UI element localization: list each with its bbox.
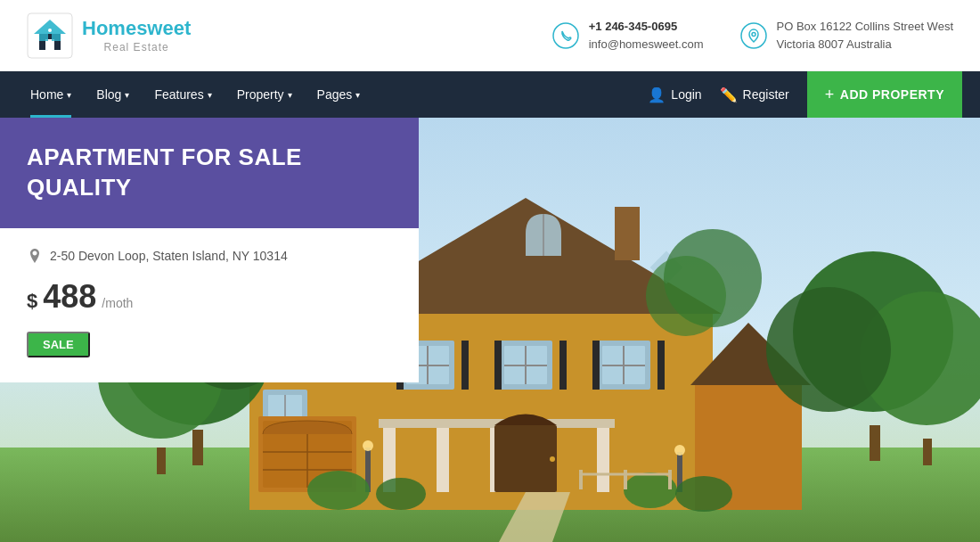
svg-rect-66 xyxy=(923,439,932,465)
email-address: info@homesweet.com xyxy=(589,36,704,53)
logo-text: Homesweet Real Estate xyxy=(82,17,191,53)
svg-point-72 xyxy=(674,445,685,456)
svg-rect-54 xyxy=(592,341,600,390)
nav-item-blog[interactable]: Blog ▾ xyxy=(84,71,142,118)
nav-right: 👤 Login ✏️ Register + ADD PROPERTY xyxy=(648,71,962,118)
add-property-button[interactable]: + ADD PROPERTY xyxy=(807,71,962,118)
svg-rect-21 xyxy=(437,421,449,492)
add-property-label: ADD PROPERTY xyxy=(840,87,944,102)
svg-point-6 xyxy=(48,29,52,32)
logo-tagline: Real Estate xyxy=(82,41,191,53)
price-amount: 488 xyxy=(43,278,96,316)
svg-point-64 xyxy=(766,287,891,412)
price-period: /moth xyxy=(102,296,133,310)
property-title: APARTMENT FOR SALE QUALITY xyxy=(27,143,392,203)
address-line1: PO Box 16122 Collins Street West xyxy=(777,18,953,36)
nav-links: Home ▾ Blog ▾ Features ▾ Property ▾ Page… xyxy=(18,71,648,118)
nav-home-label: Home xyxy=(30,87,63,102)
svg-rect-19 xyxy=(615,207,640,260)
phone-icon xyxy=(551,21,580,50)
svg-rect-79 xyxy=(668,470,672,489)
plus-icon: + xyxy=(825,86,835,104)
svg-rect-77 xyxy=(579,470,583,489)
nav-item-pages[interactable]: Pages ▾ xyxy=(305,71,373,118)
nav-bar: Home ▾ Blog ▾ Features ▾ Property ▾ Page… xyxy=(0,71,980,118)
property-card-body: 2-50 Devon Loop, Staten Island, NY 10314… xyxy=(0,228,419,382)
hero-section: APARTMENT FOR SALE QUALITY 2-50 Devon Lo… xyxy=(0,118,980,542)
register-label: Register xyxy=(743,87,789,102)
login-button[interactable]: 👤 Login xyxy=(648,86,701,103)
nav-features-label: Features xyxy=(154,87,203,102)
contact-phone-text: +1 246-345-0695 info@homesweet.com xyxy=(589,18,704,53)
svg-rect-65 xyxy=(870,425,880,461)
address-text: 2-50 Devon Loop, Staten Island, NY 10314 xyxy=(50,249,288,263)
svg-point-41 xyxy=(550,456,555,462)
chevron-down-icon: ▾ xyxy=(288,90,292,100)
svg-point-7 xyxy=(553,23,578,48)
chevron-down-icon: ▾ xyxy=(125,90,129,100)
nav-pages-label: Pages xyxy=(317,87,353,102)
contact-address-group: PO Box 16122 Collins Street West Victori… xyxy=(739,18,953,53)
svg-rect-24 xyxy=(597,421,609,492)
nav-item-features[interactable]: Features ▾ xyxy=(142,71,224,118)
chevron-down-icon: ▾ xyxy=(355,90,360,100)
property-price-row: $ 488 /moth xyxy=(27,278,392,316)
phone-number: +1 246-345-0695 xyxy=(589,18,704,36)
chevron-down-icon: ▾ xyxy=(67,90,71,100)
property-card-header: APARTMENT FOR SALE QUALITY xyxy=(0,118,419,228)
logo-name-start: Home xyxy=(82,17,136,39)
contact-address-text: PO Box 16122 Collins Street West Victori… xyxy=(777,18,953,53)
top-bar: Homesweet Real Estate +1 246-345-0695 in… xyxy=(0,0,980,71)
svg-point-76 xyxy=(675,476,732,512)
logo-name: Homesweet xyxy=(82,17,191,40)
logo-icon xyxy=(27,12,73,59)
chevron-down-icon: ▾ xyxy=(208,90,212,100)
price-dollar: $ xyxy=(27,290,37,313)
property-card: APARTMENT FOR SALE QUALITY 2-50 Devon Lo… xyxy=(0,118,419,542)
contact-info: +1 246-345-0695 info@homesweet.com PO Bo… xyxy=(551,18,953,53)
location-icon xyxy=(739,21,768,50)
svg-rect-55 xyxy=(657,341,665,390)
logo[interactable]: Homesweet Real Estate xyxy=(27,12,191,59)
svg-point-9 xyxy=(752,32,755,36)
address-line2: Victoria 8007 Australia xyxy=(777,36,953,53)
svg-rect-78 xyxy=(624,470,627,489)
nav-item-home[interactable]: Home ▾ xyxy=(18,71,84,118)
svg-rect-51 xyxy=(461,341,469,390)
edit-icon: ✏️ xyxy=(720,86,738,103)
svg-rect-52 xyxy=(494,341,502,390)
contact-phone-group: +1 246-345-0695 info@homesweet.com xyxy=(551,18,704,53)
svg-rect-5 xyxy=(52,34,61,41)
svg-rect-40 xyxy=(494,425,557,492)
nav-blog-label: Blog xyxy=(96,87,121,102)
logo-name-end: sweet xyxy=(136,17,191,39)
user-icon: 👤 xyxy=(648,86,666,103)
property-address: 2-50 Devon Loop, Staten Island, NY 10314 xyxy=(27,248,392,264)
svg-rect-53 xyxy=(559,341,567,390)
svg-rect-4 xyxy=(39,34,48,41)
nav-property-label: Property xyxy=(237,87,284,102)
location-pin-icon xyxy=(27,248,43,264)
register-button[interactable]: ✏️ Register xyxy=(720,86,789,103)
nav-item-property[interactable]: Property ▾ xyxy=(225,71,305,118)
sale-badge[interactable]: SALE xyxy=(27,332,90,357)
svg-point-68 xyxy=(646,256,726,336)
login-label: Login xyxy=(671,87,701,102)
